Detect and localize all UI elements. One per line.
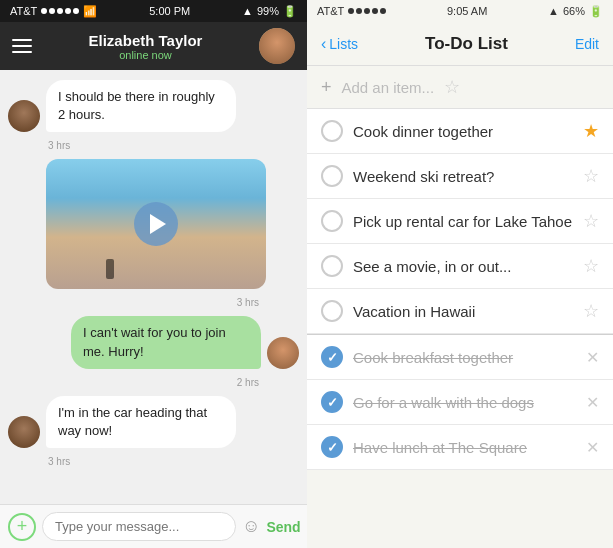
todo-item-4[interactable]: See a movie, in or out... ☆ bbox=[307, 244, 613, 289]
chat-status-bar: AT&T 📶 5:00 PM ▲ 99% 🔋 bbox=[0, 0, 307, 22]
todo-star-5[interactable]: ☆ bbox=[583, 300, 599, 322]
check-icon-6: ✓ bbox=[327, 350, 338, 365]
message-input[interactable] bbox=[42, 512, 236, 541]
todo-signal-dot-4 bbox=[372, 8, 378, 14]
todo-item-3[interactable]: Pick up rental car for Lake Tahoe ☆ bbox=[307, 199, 613, 244]
chat-time: 5:00 PM bbox=[149, 5, 190, 17]
todo-item-7[interactable]: ✓ Go for a walk with the dogs ✕ bbox=[307, 380, 613, 425]
send-button[interactable]: Send bbox=[266, 519, 300, 535]
avatar-face bbox=[259, 28, 295, 64]
todo-signal-dot-3 bbox=[364, 8, 370, 14]
contact-status: online now bbox=[89, 49, 203, 61]
chat-input-bar: + ☺ Send bbox=[0, 504, 307, 548]
hamburger-line-3 bbox=[12, 51, 32, 53]
todo-panel: AT&T 9:05 AM ▲ 66% 🔋 ‹ Lists To-Do List … bbox=[307, 0, 613, 548]
play-button[interactable] bbox=[134, 202, 178, 246]
todo-star-3[interactable]: ☆ bbox=[583, 210, 599, 232]
todo-list: Cook dinner together ★ Weekend ski retre… bbox=[307, 109, 613, 548]
play-icon bbox=[150, 214, 166, 234]
remove-icon-8[interactable]: ✕ bbox=[586, 438, 599, 457]
todo-item-5[interactable]: Vacation in Hawaii ☆ bbox=[307, 289, 613, 334]
todo-circle-8[interactable]: ✓ bbox=[321, 436, 343, 458]
back-button[interactable]: ‹ Lists bbox=[321, 35, 358, 53]
check-icon-7: ✓ bbox=[327, 395, 338, 410]
todo-circle-1[interactable] bbox=[321, 120, 343, 142]
todo-text-5: Vacation in Hawaii bbox=[353, 303, 573, 320]
battery-pct: 99% bbox=[257, 5, 279, 17]
chat-signal bbox=[41, 8, 79, 14]
todo-item-1[interactable]: Cook dinner together ★ bbox=[307, 109, 613, 154]
chat-carrier: AT&T bbox=[10, 5, 37, 17]
video-overlay bbox=[46, 159, 266, 289]
message-bubble-3: I can't wait for you to join me. Hurry! bbox=[71, 316, 261, 368]
message-text-1: I should be there in roughly 2 hours. bbox=[58, 89, 215, 122]
chat-status-left: AT&T 📶 bbox=[10, 5, 97, 18]
todo-star-4[interactable]: ☆ bbox=[583, 255, 599, 277]
todo-location-icon: ▲ bbox=[548, 5, 559, 17]
todo-circle-6[interactable]: ✓ bbox=[321, 346, 343, 368]
sender-avatar-4 bbox=[8, 416, 40, 448]
todo-battery: 66% bbox=[563, 5, 585, 17]
check-icon-8: ✓ bbox=[327, 440, 338, 455]
todo-item-6[interactable]: ✓ Cook breakfast together ✕ bbox=[307, 335, 613, 380]
emoji-button[interactable]: ☺ bbox=[242, 516, 260, 537]
message-bubble-4: I'm in the car heading that way now! bbox=[46, 396, 236, 448]
chat-panel: AT&T 📶 5:00 PM ▲ 99% 🔋 Elizabeth Taylor bbox=[0, 0, 307, 548]
video-message[interactable] bbox=[46, 159, 266, 289]
add-item-star[interactable]: ☆ bbox=[444, 76, 460, 98]
todo-title: To-Do List bbox=[425, 34, 508, 54]
todo-circle-2[interactable] bbox=[321, 165, 343, 187]
message-row-3: I can't wait for you to join me. Hurry! bbox=[8, 316, 299, 368]
message-bubble-1: I should be there in roughly 2 hours. bbox=[46, 80, 236, 132]
message-text-3: I can't wait for you to join me. Hurry! bbox=[83, 325, 226, 358]
time-label-3: 2 hrs bbox=[237, 377, 299, 388]
todo-signal-dot-1 bbox=[348, 8, 354, 14]
todo-circle-7[interactable]: ✓ bbox=[321, 391, 343, 413]
add-item-icon: + bbox=[321, 77, 332, 98]
todo-circle-3[interactable] bbox=[321, 210, 343, 232]
sender-avatar-1 bbox=[8, 100, 40, 132]
todo-circle-4[interactable] bbox=[321, 255, 343, 277]
menu-button[interactable] bbox=[12, 39, 32, 53]
battery-icon: 🔋 bbox=[283, 5, 297, 18]
time-label-1: 3 hrs bbox=[8, 140, 70, 151]
todo-status-bar: AT&T 9:05 AM ▲ 66% 🔋 bbox=[307, 0, 613, 22]
todo-text-2: Weekend ski retreat? bbox=[353, 168, 573, 185]
todo-text-4: See a movie, in or out... bbox=[353, 258, 573, 275]
todo-carrier: AT&T bbox=[317, 5, 344, 17]
contact-avatar bbox=[259, 28, 295, 64]
signal-dot-4 bbox=[65, 8, 71, 14]
attachment-button[interactable]: + bbox=[8, 513, 36, 541]
todo-circle-5[interactable] bbox=[321, 300, 343, 322]
signal-dot-3 bbox=[57, 8, 63, 14]
remove-icon-7[interactable]: ✕ bbox=[586, 393, 599, 412]
todo-battery-icon: 🔋 bbox=[589, 5, 603, 18]
todo-item-2[interactable]: Weekend ski retreat? ☆ bbox=[307, 154, 613, 199]
message-text-4: I'm in the car heading that way now! bbox=[58, 405, 207, 438]
signal-dot-2 bbox=[49, 8, 55, 14]
remove-icon-6[interactable]: ✕ bbox=[586, 348, 599, 367]
message-row-4: I'm in the car heading that way now! bbox=[8, 396, 299, 448]
todo-signal-dot-2 bbox=[356, 8, 362, 14]
todo-time: 9:05 AM bbox=[447, 5, 487, 17]
add-item-placeholder: Add an item... bbox=[342, 79, 435, 96]
todo-add-row[interactable]: + Add an item... ☆ bbox=[307, 66, 613, 109]
chat-header: Elizabeth Taylor online now bbox=[0, 22, 307, 70]
todo-star-1[interactable]: ★ bbox=[583, 120, 599, 142]
chat-messages: I should be there in roughly 2 hours. 3 … bbox=[0, 70, 307, 504]
wifi-icon: 📶 bbox=[83, 5, 97, 18]
chat-header-center: Elizabeth Taylor online now bbox=[89, 32, 203, 61]
hamburger-line-2 bbox=[12, 45, 32, 47]
signal-dot-1 bbox=[41, 8, 47, 14]
todo-text-3: Pick up rental car for Lake Tahoe bbox=[353, 213, 573, 230]
contact-name: Elizabeth Taylor bbox=[89, 32, 203, 49]
todo-item-8[interactable]: ✓ Have lunch at The Square ✕ bbox=[307, 425, 613, 470]
todo-header: ‹ Lists To-Do List Edit bbox=[307, 22, 613, 66]
hamburger-line-1 bbox=[12, 39, 32, 41]
todo-status-right: ▲ 66% 🔋 bbox=[548, 5, 603, 18]
edit-button[interactable]: Edit bbox=[575, 36, 599, 52]
video-person-silhouette bbox=[106, 259, 114, 279]
todo-text-6: Cook breakfast together bbox=[353, 349, 576, 366]
chat-status-right: ▲ 99% 🔋 bbox=[242, 5, 297, 18]
todo-star-2[interactable]: ☆ bbox=[583, 165, 599, 187]
